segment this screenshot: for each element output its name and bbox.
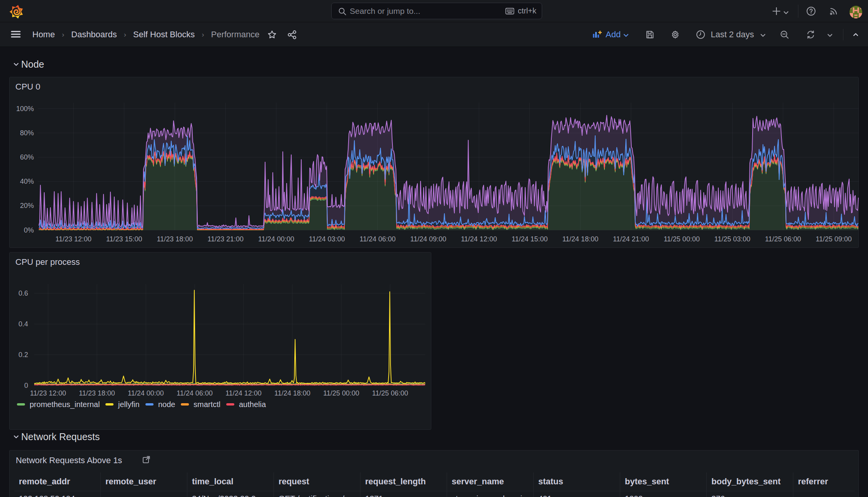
svg-text:11/23 15:00: 11/23 15:00 [106,235,142,243]
svg-text:11/24 15:00: 11/24 15:00 [512,235,548,243]
svg-text:0.4: 0.4 [18,320,28,328]
svg-text:0.2: 0.2 [18,351,28,359]
svg-text:11/25 00:00: 11/25 00:00 [664,235,700,243]
svg-text:11/24 03:00: 11/24 03:00 [309,235,345,243]
svg-text:100%: 100% [16,105,34,113]
svg-text:11/23 12:00: 11/23 12:00 [30,389,66,397]
svg-text:0.6: 0.6 [18,289,28,297]
svg-text:40%: 40% [20,178,34,185]
svg-text:11/23 12:00: 11/23 12:00 [55,235,92,243]
svg-text:11/24 06:00: 11/24 06:00 [360,235,396,243]
svg-text:11/24 18:00: 11/24 18:00 [562,235,598,243]
svg-text:11/25 06:00: 11/25 06:00 [765,235,801,243]
svg-text:0%: 0% [24,226,34,234]
svg-text:60%: 60% [20,153,34,161]
svg-text:11/24 06:00: 11/24 06:00 [177,389,213,397]
svg-text:80%: 80% [20,129,34,137]
svg-text:11/24 00:00: 11/24 00:00 [258,235,294,243]
svg-text:11/23 18:00: 11/23 18:00 [79,389,115,397]
svg-text:11/24 09:00: 11/24 09:00 [410,235,446,243]
svg-text:11/23 18:00: 11/23 18:00 [157,235,193,243]
svg-text:smartctl: smartctl [194,400,220,409]
svg-text:20%: 20% [20,202,34,209]
svg-text:11/25 09:00: 11/25 09:00 [816,235,852,243]
svg-text:11/24 12:00: 11/24 12:00 [225,389,262,397]
svg-text:prometheus_internal: prometheus_internal [30,400,100,409]
svg-text:jellyfin: jellyfin [118,400,140,409]
svg-text:11/24 18:00: 11/24 18:00 [274,389,310,397]
svg-text:11/23 21:00: 11/23 21:00 [207,235,244,243]
svg-text:11/25 06:00: 11/25 06:00 [372,389,408,397]
svg-text:11/25 00:00: 11/25 00:00 [323,389,359,397]
svg-text:0: 0 [24,382,28,389]
svg-text:authelia: authelia [239,400,266,409]
svg-text:11/24 12:00: 11/24 12:00 [461,235,497,243]
svg-text:11/24 21:00: 11/24 21:00 [613,235,649,243]
svg-text:node: node [158,400,175,409]
svg-text:11/25 03:00: 11/25 03:00 [714,235,751,243]
svg-text:11/24 00:00: 11/24 00:00 [128,389,164,397]
